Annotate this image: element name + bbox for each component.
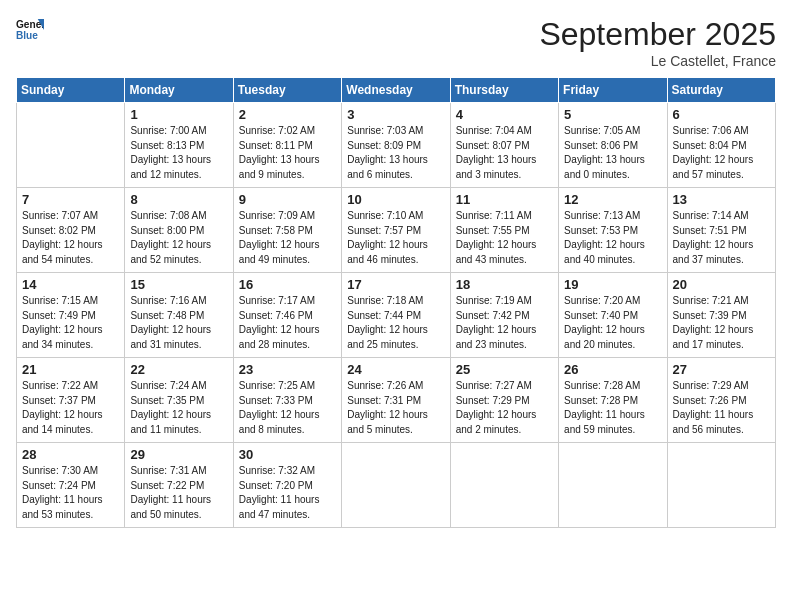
day-number: 10 — [347, 192, 444, 207]
weekday-header: Sunday — [17, 78, 125, 103]
calendar-table: SundayMondayTuesdayWednesdayThursdayFrid… — [16, 77, 776, 528]
cell-info: Sunrise: 7:07 AMSunset: 8:02 PMDaylight:… — [22, 209, 119, 267]
logo: General Blue — [16, 16, 44, 44]
cell-info: Sunrise: 7:09 AMSunset: 7:58 PMDaylight:… — [239, 209, 336, 267]
day-number: 6 — [673, 107, 770, 122]
cell-info: Sunrise: 7:06 AMSunset: 8:04 PMDaylight:… — [673, 124, 770, 182]
calendar-cell: 21Sunrise: 7:22 AMSunset: 7:37 PMDayligh… — [17, 358, 125, 443]
day-number: 22 — [130, 362, 227, 377]
calendar-cell: 4Sunrise: 7:04 AMSunset: 8:07 PMDaylight… — [450, 103, 558, 188]
svg-text:Blue: Blue — [16, 30, 38, 41]
calendar-cell: 28Sunrise: 7:30 AMSunset: 7:24 PMDayligh… — [17, 443, 125, 528]
day-number: 28 — [22, 447, 119, 462]
cell-info: Sunrise: 7:21 AMSunset: 7:39 PMDaylight:… — [673, 294, 770, 352]
cell-info: Sunrise: 7:10 AMSunset: 7:57 PMDaylight:… — [347, 209, 444, 267]
calendar-cell: 26Sunrise: 7:28 AMSunset: 7:28 PMDayligh… — [559, 358, 667, 443]
day-number: 9 — [239, 192, 336, 207]
calendar-cell: 9Sunrise: 7:09 AMSunset: 7:58 PMDaylight… — [233, 188, 341, 273]
cell-info: Sunrise: 7:00 AMSunset: 8:13 PMDaylight:… — [130, 124, 227, 182]
cell-info: Sunrise: 7:25 AMSunset: 7:33 PMDaylight:… — [239, 379, 336, 437]
calendar-cell: 27Sunrise: 7:29 AMSunset: 7:26 PMDayligh… — [667, 358, 775, 443]
calendar-cell: 25Sunrise: 7:27 AMSunset: 7:29 PMDayligh… — [450, 358, 558, 443]
day-number: 23 — [239, 362, 336, 377]
weekday-header: Friday — [559, 78, 667, 103]
day-number: 2 — [239, 107, 336, 122]
calendar-cell: 20Sunrise: 7:21 AMSunset: 7:39 PMDayligh… — [667, 273, 775, 358]
calendar-cell — [342, 443, 450, 528]
calendar-cell: 12Sunrise: 7:13 AMSunset: 7:53 PMDayligh… — [559, 188, 667, 273]
day-number: 14 — [22, 277, 119, 292]
calendar-cell — [559, 443, 667, 528]
cell-info: Sunrise: 7:02 AMSunset: 8:11 PMDaylight:… — [239, 124, 336, 182]
day-number: 30 — [239, 447, 336, 462]
cell-info: Sunrise: 7:05 AMSunset: 8:06 PMDaylight:… — [564, 124, 661, 182]
title-block: September 2025 Le Castellet, France — [539, 16, 776, 69]
calendar-cell — [667, 443, 775, 528]
day-number: 7 — [22, 192, 119, 207]
calendar-week-row: 28Sunrise: 7:30 AMSunset: 7:24 PMDayligh… — [17, 443, 776, 528]
cell-info: Sunrise: 7:31 AMSunset: 7:22 PMDaylight:… — [130, 464, 227, 522]
day-number: 5 — [564, 107, 661, 122]
cell-info: Sunrise: 7:04 AMSunset: 8:07 PMDaylight:… — [456, 124, 553, 182]
weekday-header: Monday — [125, 78, 233, 103]
calendar-cell: 2Sunrise: 7:02 AMSunset: 8:11 PMDaylight… — [233, 103, 341, 188]
weekday-header: Wednesday — [342, 78, 450, 103]
calendar-cell: 17Sunrise: 7:18 AMSunset: 7:44 PMDayligh… — [342, 273, 450, 358]
day-number: 19 — [564, 277, 661, 292]
day-number: 18 — [456, 277, 553, 292]
day-number: 1 — [130, 107, 227, 122]
day-number: 25 — [456, 362, 553, 377]
calendar-cell: 30Sunrise: 7:32 AMSunset: 7:20 PMDayligh… — [233, 443, 341, 528]
cell-info: Sunrise: 7:20 AMSunset: 7:40 PMDaylight:… — [564, 294, 661, 352]
calendar-cell: 13Sunrise: 7:14 AMSunset: 7:51 PMDayligh… — [667, 188, 775, 273]
cell-info: Sunrise: 7:13 AMSunset: 7:53 PMDaylight:… — [564, 209, 661, 267]
calendar-body: 1Sunrise: 7:00 AMSunset: 8:13 PMDaylight… — [17, 103, 776, 528]
cell-info: Sunrise: 7:18 AMSunset: 7:44 PMDaylight:… — [347, 294, 444, 352]
calendar-cell: 23Sunrise: 7:25 AMSunset: 7:33 PMDayligh… — [233, 358, 341, 443]
calendar-header-row: SundayMondayTuesdayWednesdayThursdayFrid… — [17, 78, 776, 103]
day-number: 16 — [239, 277, 336, 292]
day-number: 20 — [673, 277, 770, 292]
calendar-cell: 8Sunrise: 7:08 AMSunset: 8:00 PMDaylight… — [125, 188, 233, 273]
calendar-cell: 11Sunrise: 7:11 AMSunset: 7:55 PMDayligh… — [450, 188, 558, 273]
day-number: 21 — [22, 362, 119, 377]
weekday-header: Tuesday — [233, 78, 341, 103]
day-number: 3 — [347, 107, 444, 122]
calendar-cell: 18Sunrise: 7:19 AMSunset: 7:42 PMDayligh… — [450, 273, 558, 358]
weekday-header: Thursday — [450, 78, 558, 103]
day-number: 29 — [130, 447, 227, 462]
cell-info: Sunrise: 7:24 AMSunset: 7:35 PMDaylight:… — [130, 379, 227, 437]
month-title: September 2025 — [539, 16, 776, 53]
calendar-cell: 15Sunrise: 7:16 AMSunset: 7:48 PMDayligh… — [125, 273, 233, 358]
calendar-cell: 22Sunrise: 7:24 AMSunset: 7:35 PMDayligh… — [125, 358, 233, 443]
cell-info: Sunrise: 7:11 AMSunset: 7:55 PMDaylight:… — [456, 209, 553, 267]
location: Le Castellet, France — [539, 53, 776, 69]
calendar-week-row: 14Sunrise: 7:15 AMSunset: 7:49 PMDayligh… — [17, 273, 776, 358]
calendar-week-row: 1Sunrise: 7:00 AMSunset: 8:13 PMDaylight… — [17, 103, 776, 188]
calendar-week-row: 7Sunrise: 7:07 AMSunset: 8:02 PMDaylight… — [17, 188, 776, 273]
cell-info: Sunrise: 7:19 AMSunset: 7:42 PMDaylight:… — [456, 294, 553, 352]
calendar-cell — [17, 103, 125, 188]
day-number: 11 — [456, 192, 553, 207]
cell-info: Sunrise: 7:32 AMSunset: 7:20 PMDaylight:… — [239, 464, 336, 522]
calendar-cell: 24Sunrise: 7:26 AMSunset: 7:31 PMDayligh… — [342, 358, 450, 443]
calendar-week-row: 21Sunrise: 7:22 AMSunset: 7:37 PMDayligh… — [17, 358, 776, 443]
day-number: 26 — [564, 362, 661, 377]
calendar-cell: 7Sunrise: 7:07 AMSunset: 8:02 PMDaylight… — [17, 188, 125, 273]
cell-info: Sunrise: 7:30 AMSunset: 7:24 PMDaylight:… — [22, 464, 119, 522]
cell-info: Sunrise: 7:15 AMSunset: 7:49 PMDaylight:… — [22, 294, 119, 352]
calendar-cell — [450, 443, 558, 528]
day-number: 17 — [347, 277, 444, 292]
day-number: 4 — [456, 107, 553, 122]
cell-info: Sunrise: 7:22 AMSunset: 7:37 PMDaylight:… — [22, 379, 119, 437]
calendar-cell: 3Sunrise: 7:03 AMSunset: 8:09 PMDaylight… — [342, 103, 450, 188]
cell-info: Sunrise: 7:26 AMSunset: 7:31 PMDaylight:… — [347, 379, 444, 437]
day-number: 27 — [673, 362, 770, 377]
calendar-cell: 10Sunrise: 7:10 AMSunset: 7:57 PMDayligh… — [342, 188, 450, 273]
cell-info: Sunrise: 7:14 AMSunset: 7:51 PMDaylight:… — [673, 209, 770, 267]
cell-info: Sunrise: 7:17 AMSunset: 7:46 PMDaylight:… — [239, 294, 336, 352]
day-number: 8 — [130, 192, 227, 207]
day-number: 13 — [673, 192, 770, 207]
calendar-cell: 19Sunrise: 7:20 AMSunset: 7:40 PMDayligh… — [559, 273, 667, 358]
cell-info: Sunrise: 7:29 AMSunset: 7:26 PMDaylight:… — [673, 379, 770, 437]
